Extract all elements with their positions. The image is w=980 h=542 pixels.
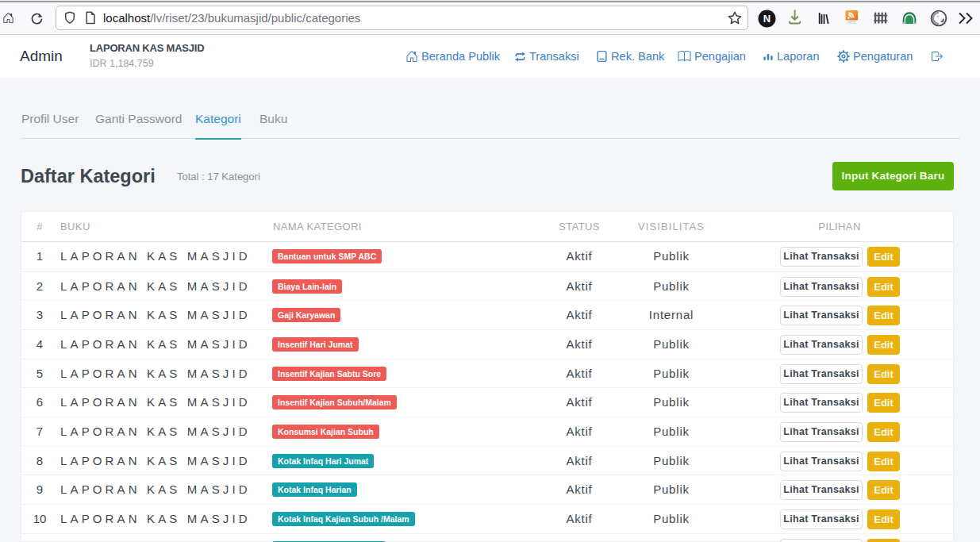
svg-text:N: N <box>763 13 771 25</box>
